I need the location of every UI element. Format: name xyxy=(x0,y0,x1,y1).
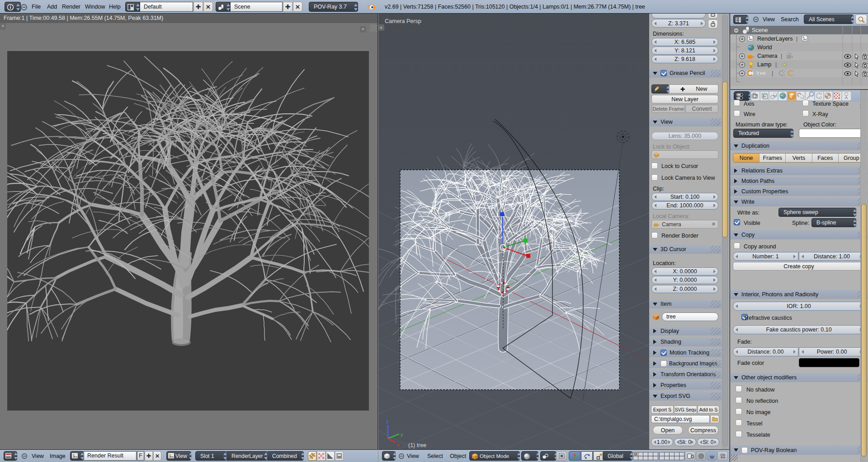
svg-text:x: x xyxy=(397,442,400,448)
svg-text:z: z xyxy=(386,419,389,424)
svg-text:y: y xyxy=(401,432,403,437)
svg-text:(1) tree: (1) tree xyxy=(408,442,426,448)
svg-text:+: + xyxy=(380,25,382,30)
svg-text:Camera Persp: Camera Persp xyxy=(385,18,421,24)
